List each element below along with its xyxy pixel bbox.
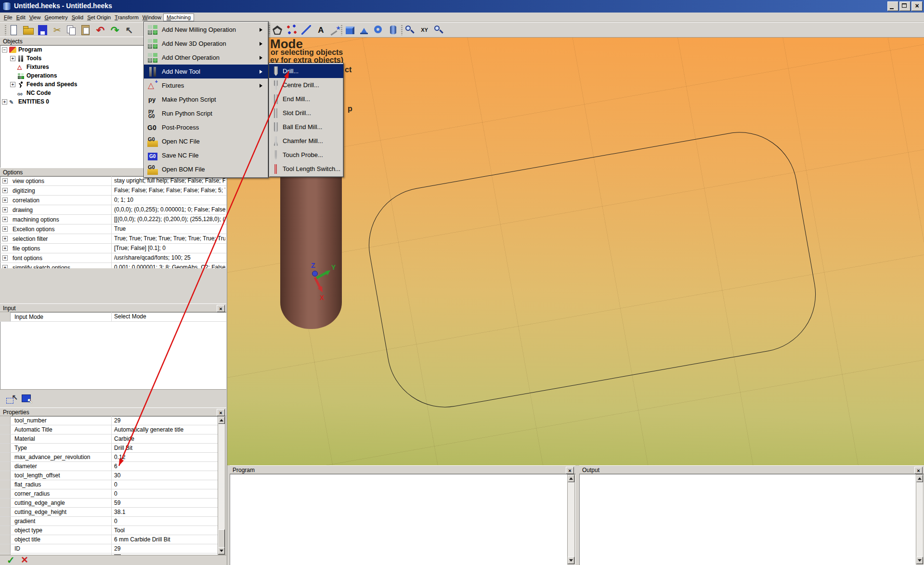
menu-item-open-nc-file[interactable]: Open NC File (144, 134, 268, 148)
expand-toggle-icon[interactable] (10, 56, 15, 61)
menubar-item-window[interactable]: Window (141, 13, 163, 21)
menubar-item-set-origin[interactable]: Set Origin (85, 13, 113, 21)
menu-item-add-new-milling-operation[interactable]: Add New Milling Operation (144, 23, 268, 37)
submenu-item-centre-drill[interactable]: Centre Drill... (269, 78, 343, 92)
property-row-tool-length-offset[interactable]: tool_length_offset30 (0, 471, 218, 480)
property-row-max-advance-per-revolution[interactable]: max_advance_per_revolution0.12 (0, 453, 218, 462)
expand-plus-icon[interactable] (2, 188, 8, 193)
expand-plus-icon[interactable] (2, 265, 8, 268)
property-row-flat-radius[interactable]: flat_radius0 (0, 480, 218, 489)
close-icon[interactable] (566, 467, 574, 474)
property-row-material[interactable]: MaterialCarbide (0, 434, 218, 444)
expand-plus-icon[interactable] (2, 255, 8, 261)
title-bar[interactable]: Untitled.heeks - Untitled.heeks (0, 0, 924, 13)
menubar-item-view[interactable]: View (27, 13, 43, 21)
view-zoom-icon[interactable] (403, 24, 416, 37)
menu-item-open-bom-file[interactable]: Open BOM File (144, 162, 268, 176)
sketch-outline[interactable] (360, 123, 825, 416)
submenu-item-touch-probe[interactable]: Touch Probe... (269, 148, 343, 162)
output-scrollbar[interactable] (916, 474, 924, 565)
redo-icon[interactable] (108, 24, 121, 37)
view-rotate-icon[interactable] (432, 24, 445, 37)
maximize-button[interactable] (899, 1, 911, 11)
property-row-type[interactable]: TypeDrill Bit (0, 444, 218, 453)
property-row-cutting-edge-height[interactable]: cutting_edge_height38.1 (0, 508, 218, 517)
cancel-x-icon[interactable] (21, 554, 28, 565)
option-row-selection-filter[interactable]: selection filterTrue; True; True; True; … (0, 234, 226, 244)
select-cursor-icon[interactable] (123, 24, 136, 37)
output-text-area[interactable] (579, 474, 924, 565)
option-row-excellon-options[interactable]: Excellon optionsTrue (0, 224, 226, 234)
input-mode-row-input-mode[interactable]: Input ModeSelect Mode (0, 312, 226, 322)
menubar-item-solid[interactable]: Solid (70, 13, 85, 21)
option-row-simplify-sketch-options[interactable]: simplify sketch options0.001; 0.000001; … (0, 263, 226, 268)
pick-single-icon[interactable] (6, 393, 18, 405)
close-button[interactable] (911, 1, 923, 11)
menubar-item-transform[interactable]: Transform (113, 13, 141, 21)
pick-window-icon[interactable] (21, 393, 34, 405)
option-row-file-options[interactable]: file options[True; False] [0.1]; 0 (0, 244, 226, 253)
submenu-item-end-mill[interactable]: End Mill... (269, 92, 343, 106)
paste-icon[interactable] (79, 24, 92, 37)
scroll-down-icon[interactable] (568, 557, 574, 564)
scroll-down-icon[interactable] (218, 547, 225, 554)
menubar-item-edit[interactable]: Edit (14, 13, 27, 21)
property-row-gradient[interactable]: gradient0 (0, 517, 218, 526)
property-row-automatic-title[interactable]: Automatic TitleAutomatically generate ti… (0, 425, 218, 434)
menubar-item-geometry[interactable]: Geometry (42, 13, 69, 21)
submenu-item-tool-length-switch[interactable]: Tool Length Switch... (269, 162, 343, 176)
cut-icon[interactable] (51, 24, 64, 37)
menu-item-add-other-operation[interactable]: Add Other Operation (144, 51, 268, 65)
expand-toggle-icon[interactable] (2, 99, 7, 105)
close-icon[interactable] (217, 409, 225, 416)
expand-plus-icon[interactable] (2, 217, 8, 222)
solid-torus-icon[interactable] (372, 24, 385, 37)
option-row-drawing[interactable]: drawing(0,0,0); (0,0,255); 0.000001; 0; … (0, 205, 226, 215)
expand-toggle-icon[interactable] (2, 47, 7, 53)
option-row-digitizing[interactable]: digitizingFalse; False; False; False; Fa… (0, 186, 226, 196)
expand-plus-icon[interactable] (2, 246, 8, 251)
solid-tube-icon[interactable] (387, 24, 400, 37)
scroll-down-icon[interactable] (916, 557, 923, 564)
sketch-points-icon[interactable] (286, 24, 299, 37)
expand-plus-icon[interactable] (2, 197, 8, 203)
submenu-item-slot-drill[interactable]: Slot Drill... (269, 106, 343, 120)
undo-icon[interactable] (94, 24, 107, 37)
option-row-machining-options[interactable]: machining options[[(0,0,0); (0,0,222); (… (0, 215, 226, 224)
property-row-corner-radius[interactable]: corner_radius0 (0, 489, 218, 499)
expand-toggle-icon[interactable] (10, 82, 15, 87)
view-xy-plane-icon[interactable] (418, 24, 431, 37)
solid-extrude-icon[interactable] (358, 24, 371, 37)
scroll-up-icon[interactable] (916, 475, 923, 482)
sketch-pentagon-icon[interactable] (271, 24, 284, 37)
program-scrollbar[interactable] (567, 474, 575, 565)
menu-item-add-new-tool[interactable]: Add New Tool (144, 65, 268, 79)
expand-plus-icon[interactable] (2, 236, 8, 241)
expand-plus-icon[interactable] (2, 178, 8, 184)
menubar-item-file[interactable]: File (2, 13, 14, 21)
properties-scrollbar[interactable] (218, 416, 225, 555)
scrollbar-thumb[interactable] (218, 529, 225, 548)
sketch-line-icon[interactable] (300, 24, 313, 37)
close-icon[interactable] (217, 305, 225, 312)
property-row-id[interactable]: ID29 (0, 544, 218, 553)
option-row-correlation[interactable]: correlation0; 1; 10 (0, 196, 226, 205)
minimize-button[interactable] (887, 1, 898, 11)
menu-item-post-process[interactable]: Post-Process (144, 120, 268, 134)
property-row-tool-number[interactable]: tool_number29 (0, 416, 218, 425)
submenu-item-chamfer-mill[interactable]: Chamfer Mill... (269, 134, 343, 148)
scroll-up-icon[interactable] (568, 475, 574, 482)
save-icon[interactable] (36, 24, 49, 37)
apply-check-icon[interactable] (7, 555, 15, 565)
open-folder-icon[interactable] (22, 24, 35, 37)
scroll-up-icon[interactable] (218, 417, 225, 424)
option-row-font-options[interactable]: font options/usr/share/qcad/fonts; 100; … (0, 253, 226, 263)
new-file-icon[interactable] (7, 24, 20, 37)
property-row-diameter[interactable]: diameter6 (0, 462, 218, 471)
solid-cube-icon[interactable] (343, 24, 356, 37)
property-row-object-type[interactable]: object typeTool (0, 526, 218, 535)
property-row-cutting-edge-angle[interactable]: cutting_edge_angle59 (0, 499, 218, 508)
program-text-area[interactable] (230, 474, 575, 565)
menu-item-run-python-script[interactable]: Run Python Script (144, 106, 268, 120)
expand-plus-icon[interactable] (2, 226, 8, 232)
